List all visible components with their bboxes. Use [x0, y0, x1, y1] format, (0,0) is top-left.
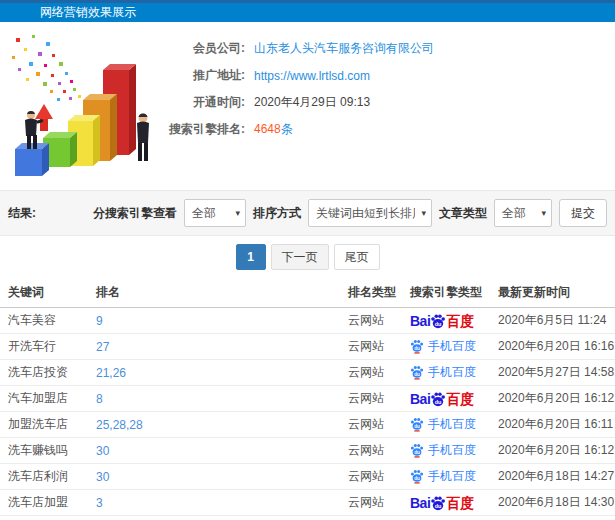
- keyword-cell: 洗车店投资: [8, 364, 96, 381]
- filter-bar: 结果: 分搜索引擎查看 全部 排序方式 关键词由短到长排序 文章类型 全部 提交: [0, 190, 615, 236]
- table-row: 开洗车行 27 云网站 Bai du 百度: [0, 334, 615, 360]
- member-company-row: 会员公司: 山东老人头汽车服务咨询有限公司: [108, 35, 434, 62]
- rank-count: 4648: [254, 122, 281, 136]
- member-company-link[interactable]: 山东老人头汽车服务咨询有限公司: [254, 40, 434, 57]
- table-row: 洗车店投资 21,26 云网站 Bai du 百度: [0, 360, 615, 386]
- submit-button[interactable]: 提交: [559, 199, 607, 227]
- rank-link[interactable]: 27: [96, 340, 348, 354]
- svg-text:du: du: [414, 424, 420, 429]
- mobile-baidu-paw-icon: du: [410, 417, 424, 432]
- header-rank-type: 排名类型: [348, 284, 410, 301]
- article-type-label: 文章类型: [439, 205, 487, 222]
- keyword-cell: 加盟洗车店: [8, 416, 96, 433]
- mobile-baidu-logo: du 手机百度: [410, 416, 476, 433]
- promo-url-link[interactable]: https://www.lrtlsd.com: [254, 69, 370, 83]
- account-info-section: 会员公司: 山东老人头汽车服务咨询有限公司 推广地址: https://www.…: [0, 22, 615, 190]
- search-engine-cell: Bai du 百度: [410, 338, 498, 355]
- bar-blue: [15, 143, 49, 176]
- keyword-cell: 洗车店加盟: [8, 494, 96, 511]
- keyword-cell: 汽车美容: [8, 312, 96, 329]
- result-label: 结果:: [8, 205, 36, 222]
- rank-link[interactable]: 30: [96, 470, 348, 484]
- search-engine-cell: Bai du 百度: [410, 442, 498, 459]
- rank-type-cell: 云网站: [348, 416, 410, 433]
- next-page-button[interactable]: 下一页: [271, 244, 329, 270]
- header-updated: 最新更新时间: [498, 284, 615, 301]
- keyword-cell: 汽车加盟店: [8, 390, 96, 407]
- confetti-dots: [12, 35, 81, 101]
- svg-text:du: du: [435, 398, 442, 404]
- mobile-baidu-logo: du 手机百度: [410, 442, 476, 459]
- updated-time-cell: 2020年6月20日 16:12: [498, 390, 615, 407]
- updated-time-cell: 2020年6月5日 11:24: [498, 312, 615, 329]
- open-time-label: 开通时间:: [108, 94, 245, 111]
- baidu-logo: Bai du 百度: [410, 495, 474, 511]
- keyword-cell: 洗车赚钱吗: [8, 442, 96, 459]
- search-engine-cell: Bai du 百度: [410, 391, 498, 407]
- keyword-cell: 洗车店利润: [8, 468, 96, 485]
- baidu-paw-icon: du: [430, 495, 446, 511]
- updated-time-cell: 2020年6月20日 16:12: [498, 442, 615, 459]
- svg-text:du: du: [414, 476, 420, 481]
- baidu-paw-icon: du: [430, 313, 446, 329]
- table-header-row: 关键词 排名 排名类型 搜索引擎类型 最新更新时间: [0, 278, 615, 308]
- rank-type-cell: 云网站: [348, 468, 410, 485]
- table-row: 汽车美容 9 云网站 Bai du 百度: [0, 308, 615, 334]
- promo-url-label: 推广地址:: [108, 67, 245, 84]
- page-1-button[interactable]: 1: [236, 244, 266, 270]
- header-keyword: 关键词: [8, 284, 96, 301]
- article-type-select[interactable]: 全部: [494, 199, 552, 227]
- svg-text:du: du: [414, 346, 420, 351]
- rank-link[interactable]: 30: [96, 444, 348, 458]
- open-time-row: 开通时间: 2020年4月29日 09:13: [108, 89, 434, 116]
- mobile-baidu-paw-icon: du: [410, 469, 424, 484]
- rank-link[interactable]: 9: [96, 314, 348, 328]
- svg-text:du: du: [414, 372, 420, 377]
- engine-rank-label: 搜索引擎排名:: [108, 121, 245, 138]
- updated-time-cell: 2020年6月18日 14:27: [498, 468, 615, 485]
- rank-type-cell: 云网站: [348, 494, 410, 511]
- header-engine-type: 搜索引擎类型: [410, 284, 498, 301]
- ranking-table: 关键词 排名 排名类型 搜索引擎类型 最新更新时间 汽车美容 9 云网站 Bai…: [0, 278, 615, 516]
- table-row: 洗车店加盟 3 云网站 Bai du 百度: [0, 490, 615, 516]
- updated-time-cell: 2020年6月18日 14:30: [498, 494, 615, 511]
- rank-type-cell: 云网站: [348, 390, 410, 407]
- rank-type-cell: 云网站: [348, 312, 410, 329]
- baidu-paw-icon: du: [430, 391, 446, 407]
- mobile-baidu-logo: du 手机百度: [410, 468, 476, 485]
- mobile-baidu-logo: du 手机百度: [410, 338, 476, 355]
- svg-text:du: du: [435, 502, 442, 508]
- up-arrow: [35, 104, 53, 131]
- rank-type-cell: 云网站: [348, 442, 410, 459]
- header-rank: 排名: [96, 284, 348, 301]
- page-title: 网络营销效果展示: [40, 5, 136, 19]
- table-row: 加盟洗车店 25,28,28 云网站 Bai du 百度: [0, 412, 615, 438]
- open-time-value: 2020年4月29日 09:13: [254, 94, 370, 111]
- updated-time-cell: 2020年5月27日 14:58: [498, 364, 615, 381]
- sort-label: 排序方式: [253, 205, 301, 222]
- rank-link[interactable]: 3: [96, 496, 348, 510]
- table-row: 汽车加盟店 8 云网站 Bai du 百度: [0, 386, 615, 412]
- keyword-cell: 开洗车行: [8, 338, 96, 355]
- rank-type-cell: 云网站: [348, 364, 410, 381]
- mobile-baidu-logo: du 手机百度: [410, 364, 476, 381]
- mobile-baidu-paw-icon: du: [410, 365, 424, 380]
- mobile-baidu-paw-icon: du: [410, 443, 424, 458]
- mobile-baidu-paw-icon: du: [410, 339, 424, 354]
- baidu-logo: Bai du 百度: [410, 313, 474, 329]
- rank-unit: 条: [281, 122, 293, 136]
- rank-link[interactable]: 8: [96, 392, 348, 406]
- pagination: 1 下一页 尾页: [0, 236, 615, 278]
- updated-time-cell: 2020年6月20日 16:16: [498, 338, 615, 355]
- engine-rank-row: 搜索引擎排名: 4648条: [108, 116, 434, 143]
- rank-link[interactable]: 25,28,28: [96, 418, 348, 432]
- table-row: 洗车店利润 30 云网站 Bai du 百度: [0, 464, 615, 490]
- engine-filter-select[interactable]: 全部: [184, 199, 246, 227]
- last-page-button[interactable]: 尾页: [334, 244, 380, 270]
- search-engine-cell: Bai du 百度: [410, 495, 498, 511]
- sort-select[interactable]: 关键词由短到长排序: [308, 199, 432, 227]
- rank-link[interactable]: 21,26: [96, 366, 348, 380]
- engine-rank-value: 4648条: [254, 121, 293, 138]
- promo-url-row: 推广地址: https://www.lrtlsd.com: [108, 62, 434, 89]
- search-engine-cell: Bai du 百度: [410, 416, 498, 433]
